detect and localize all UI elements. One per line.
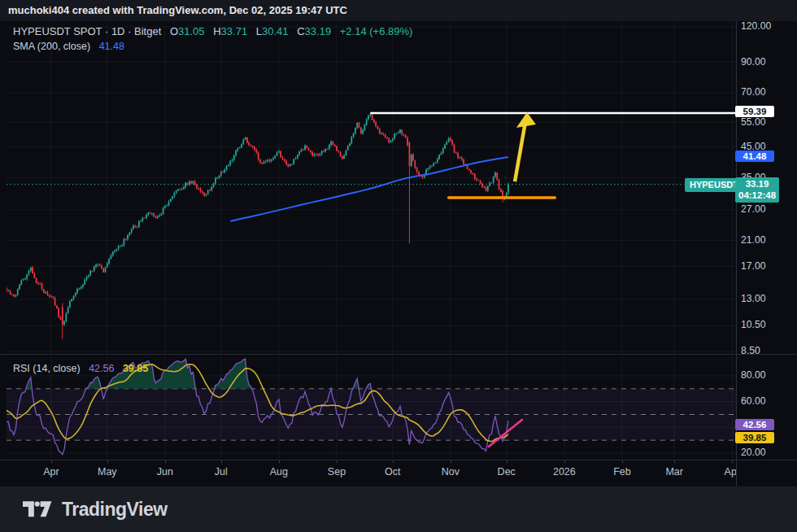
rsi-band	[7, 389, 736, 440]
svg-text:13.00: 13.00	[741, 293, 766, 304]
tradingview-logo-text: TradingView	[62, 499, 168, 521]
bar-countdown: 04:12:48	[738, 190, 776, 202]
month-tick	[732, 460, 733, 463]
month-label: Dec	[498, 466, 516, 477]
symbol-legend[interactable]: HYPEUSDT SPOT · 1D · Bitget O31.05 H33.7…	[13, 25, 412, 37]
month-label: May	[98, 466, 117, 477]
month-label: Jul	[215, 466, 228, 477]
attribution-bar: muchoki404 created with TradingView.com,…	[0, 0, 797, 21]
month-tick	[51, 460, 52, 463]
month-tick	[674, 460, 675, 463]
month-tick	[165, 460, 166, 463]
last-price-value: 33.19	[738, 179, 776, 190]
svg-text:55.00: 55.00	[741, 116, 766, 128]
open-value: 31.05	[178, 25, 205, 37]
symbol-title: HYPEUSDT SPOT · 1D · Bitget	[13, 25, 161, 37]
month-tick	[107, 460, 108, 463]
rsi-legend[interactable]: RSI (14, close) 42.56 39.85	[13, 363, 148, 374]
low-value: 30.41	[262, 25, 289, 37]
month-label: Aug	[270, 466, 288, 477]
month-tick	[507, 460, 507, 463]
ath-price-badge: 59.39	[735, 106, 774, 117]
time-axis[interactable]: AprMayJunJulAugSepOctNovDec2026FebMarApr	[0, 460, 797, 486]
sma-value: 41.48	[99, 41, 124, 52]
tradingview-logo[interactable]: TradingView	[23, 499, 168, 521]
svg-text:60.00: 60.00	[741, 395, 766, 407]
open-label: O	[170, 25, 178, 37]
last-price-badge: 33.19 04:12:48	[735, 177, 779, 203]
rsi-ma-value: 39.85	[123, 363, 148, 374]
change-value: +2.14 (+6.89%)	[340, 25, 413, 37]
close-value: 33.19	[305, 25, 332, 37]
month-tick	[451, 460, 451, 463]
high-label: H	[213, 25, 220, 37]
sma-legend[interactable]: SMA (200, close) 41.48	[13, 41, 124, 52]
pane-divider[interactable]	[0, 354, 797, 355]
high-value: 33.71	[221, 25, 248, 37]
svg-text:27.00: 27.00	[741, 203, 766, 215]
tradingview-logo-icon	[23, 499, 54, 520]
sma-price-badge: 41.48	[735, 150, 774, 162]
rsi-label: RSI (14, close)	[13, 363, 81, 374]
svg-text:10.50: 10.50	[741, 319, 766, 330]
month-label: Apr	[725, 466, 737, 477]
svg-text:20.00: 20.00	[741, 447, 766, 458]
month-tick	[337, 460, 338, 463]
footer-bar: TradingView	[0, 486, 797, 532]
month-label: Jun	[157, 466, 173, 477]
month-tick	[393, 460, 394, 463]
rsi-value-badge: 42.56	[735, 419, 774, 430]
svg-text:90.00: 90.00	[741, 56, 766, 68]
price-axis-border[interactable]	[736, 21, 737, 486]
svg-text:80.00: 80.00	[741, 369, 766, 381]
rsi-value: 42.56	[89, 363, 114, 374]
month-label: Apr	[43, 466, 59, 477]
month-label: Feb	[613, 466, 631, 477]
tradingview-screenshot: muchoki404 created with TradingView.com,…	[0, 0, 797, 532]
chart-canvas[interactable]: 120.0090.0070.0055.0045.0035.0027.0021.0…	[0, 21, 797, 460]
sma-label: SMA (200, close)	[13, 41, 90, 52]
rsi-tick-labels[interactable]: 80.0060.0020.00	[741, 369, 766, 458]
svg-text:120.00: 120.00	[741, 21, 771, 32]
month-label: Oct	[385, 466, 400, 477]
svg-text:8.50: 8.50	[741, 345, 760, 356]
close-label: C	[297, 25, 304, 37]
svg-text:17.00: 17.00	[741, 260, 766, 272]
month-label: Mar	[665, 466, 683, 477]
month-labels[interactable]: AprMayJunJulAugSepOctNovDec2026FebMarApr	[0, 460, 737, 486]
svg-text:70.00: 70.00	[741, 86, 766, 98]
month-tick	[622, 460, 623, 463]
month-tick	[279, 460, 280, 463]
month-label: Nov	[442, 466, 459, 477]
svg-text:21.00: 21.00	[741, 234, 766, 246]
rsi-ma-value-badge: 39.85	[735, 432, 774, 443]
month-tick	[564, 460, 565, 463]
month-tick	[221, 460, 222, 463]
low-label: L	[256, 25, 262, 37]
attribution-text: muchoki404 created with TradingView.com,…	[8, 4, 347, 16]
month-label: Sep	[328, 466, 346, 477]
month-label: 2026	[553, 466, 576, 477]
